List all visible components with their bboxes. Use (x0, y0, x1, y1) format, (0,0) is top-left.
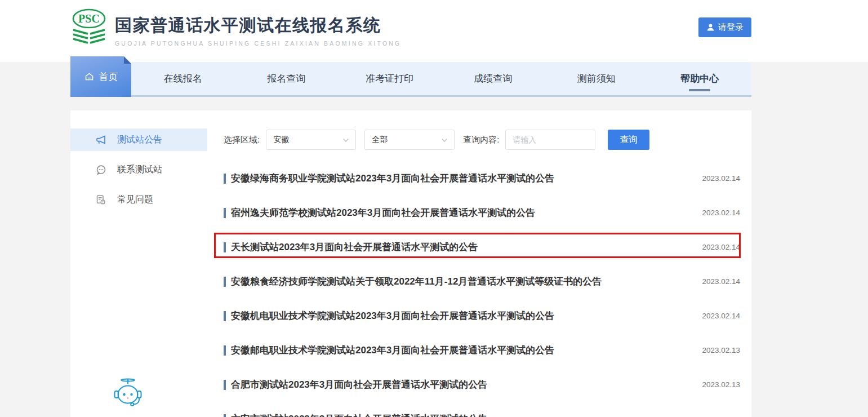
announcement-row[interactable]: 安徽粮食经济技师学院测试站关于领取2022年11月-12月普通话水平测试等级证书… (224, 264, 740, 299)
announcement-date: 2023.02.14 (702, 277, 740, 286)
announcement-title[interactable]: 安徽粮食经济技师学院测试站关于领取2022年11月-12月普通话水平测试等级证书… (231, 275, 691, 288)
page: PSC 国家普通话水平测试在线报名系统 GUOJIA PUTONGHUA SHU… (0, 0, 868, 417)
region-select[interactable]: 安徽 (266, 130, 356, 150)
svg-text:PSC: PSC (78, 12, 100, 25)
nav-tab-home[interactable]: 首页 (70, 56, 131, 97)
nav-tab-pretest-notice[interactable]: 测前须知 (545, 62, 648, 95)
row-accent-bar (224, 174, 226, 184)
row-accent-bar (224, 311, 226, 321)
sidebar-item-contact-test-station[interactable]: 联系测试站 (70, 158, 207, 181)
nav-home-label: 首页 (99, 70, 118, 83)
announcement-date: 2023.02.14 (702, 312, 740, 320)
sidebar-item-faq[interactable]: 常见问题 (70, 188, 207, 211)
row-accent-bar (224, 208, 226, 218)
active-tab-underline (689, 89, 710, 91)
psc-logo-icon: PSC (72, 8, 106, 46)
login-label: 请登录 (718, 22, 744, 33)
brand-text: 国家普通话水平测试在线报名系统 GUOJIA PUTONGHUA SHUIPIN… (115, 8, 401, 47)
announcement-row[interactable]: 合肥市测试站2023年3月面向社会开展普通话水平测试的公告 2023.02.13 (224, 367, 740, 402)
search-button[interactable]: 查询 (608, 130, 649, 150)
announcement-title[interactable]: 天长测试站2023年3月面向社会开展普通话水平测试的公告 (231, 241, 691, 254)
announcement-list: 安徽绿海商务职业学院测试站2023年3月面向社会开展普通话水平测试的公告 202… (224, 161, 740, 417)
nav-tab-registration-query[interactable]: 报名查询 (235, 62, 339, 95)
nav-tab-score-query[interactable]: 成绩查询 (442, 62, 545, 95)
chevron-down-icon (342, 136, 350, 144)
announcement-title[interactable]: 安徽邮电职业技术学院测试站2023年3月面向社会开展普通话水平测试的公告 (231, 344, 691, 357)
row-accent-bar (224, 277, 226, 287)
announcement-date: 2023.02.14 (702, 208, 740, 217)
category-select[interactable]: 全部 (364, 130, 455, 150)
nav-tab-help-center[interactable]: 帮助中心 (648, 62, 752, 95)
site-title: 国家普通话水平测试在线报名系统 (115, 14, 401, 37)
region-filter-label: 选择区域: (224, 135, 260, 145)
content-card: 测试站公告 联系测试站 (70, 110, 751, 417)
region-select-value: 安徽 (273, 135, 342, 145)
sidebar: 测试站公告 联系测试站 (70, 110, 207, 417)
announcement-date: 2023.02.13 (702, 346, 740, 354)
announcement-row[interactable]: 安徽机电职业技术学院测试站2023年3月面向社会开展普通话水平测试的公告 202… (224, 299, 740, 333)
site-subtitle: GUOJIA PUTONGHUA SHUIPING CESHI ZAIXIAN … (115, 40, 401, 47)
row-accent-bar (224, 345, 226, 356)
tab-fold-corner (124, 56, 131, 64)
main-nav: 首页 在线报名 报名查询 准考证打印 成绩查询 测前须知 帮助中心 (70, 62, 751, 97)
user-icon (706, 23, 715, 32)
nav-items: 在线报名 报名查询 准考证打印 成绩查询 测前须知 帮助中心 (131, 62, 751, 95)
chevron-down-icon (440, 136, 448, 144)
nav-tab-admission-ticket-print[interactable]: 准考证打印 (338, 62, 442, 95)
announcement-date: 2023.02.14 (702, 243, 740, 251)
category-select-value: 全部 (372, 135, 440, 145)
query-content-label: 查询内容: (463, 135, 499, 145)
announcement-row[interactable]: 六安市测试站2023年3月面向社会开展普通话水平测试的公告 (224, 402, 740, 417)
header: PSC 国家普通话水平测试在线报名系统 GUOJIA PUTONGHUA SHU… (0, 0, 868, 62)
announcement-title[interactable]: 安徽绿海商务职业学院测试站2023年3月面向社会开展普通话水平测试的公告 (231, 172, 691, 185)
announcement-title[interactable]: 安徽机电职业技术学院测试站2023年3月面向社会开展普通话水平测试的公告 (231, 309, 691, 322)
main-content: 选择区域: 安徽 全部 查询内容: 查询 (207, 110, 751, 417)
announcement-date: 2023.02.14 (702, 174, 740, 183)
brand: PSC 国家普通话水平测试在线报名系统 GUOJIA PUTONGHUA SHU… (72, 8, 401, 47)
nav-tab-online-registration[interactable]: 在线报名 (131, 62, 235, 95)
announcement-row-highlighted[interactable]: 天长测试站2023年3月面向社会开展普通话水平测试的公告 2023.02.14 (224, 230, 740, 264)
sidebar-item-label: 联系测试站 (117, 164, 162, 176)
row-accent-bar (224, 380, 226, 390)
megaphone-icon (96, 135, 107, 145)
sidebar-item-label: 测试站公告 (117, 134, 162, 146)
announcement-date: 2023.02.13 (702, 380, 740, 389)
announcement-row[interactable]: 宿州逸夫师范学校测试站2023年3月面向社会开展普通话水平测试的公告 2023.… (224, 196, 740, 230)
announcement-title[interactable]: 六安市测试站2023年3月面向社会开展普通话水平测试的公告 (231, 412, 729, 417)
service-robot-icon[interactable] (113, 378, 143, 408)
announcement-title[interactable]: 合肥市测试站2023年3月面向社会开展普通话水平测试的公告 (231, 378, 691, 391)
faq-icon (96, 195, 107, 205)
home-icon (84, 72, 95, 82)
row-accent-bar (224, 242, 226, 252)
announcement-row[interactable]: 安徽邮电职业技术学院测试站2023年3月面向社会开展普通话水平测试的公告 202… (224, 333, 740, 367)
login-button[interactable]: 请登录 (698, 17, 751, 37)
row-accent-bar (224, 414, 226, 417)
announcement-title[interactable]: 宿州逸夫师范学校测试站2023年3月面向社会开展普通话水平测试的公告 (231, 206, 691, 219)
filter-row: 选择区域: 安徽 全部 查询内容: 查询 (224, 130, 649, 150)
sidebar-item-label: 常见问题 (117, 194, 153, 206)
query-input[interactable] (505, 130, 595, 150)
chat-icon (96, 165, 107, 175)
announcement-row[interactable]: 安徽绿海商务职业学院测试站2023年3月面向社会开展普通话水平测试的公告 202… (224, 161, 740, 196)
sidebar-item-test-station-announcements[interactable]: 测试站公告 (70, 128, 207, 151)
